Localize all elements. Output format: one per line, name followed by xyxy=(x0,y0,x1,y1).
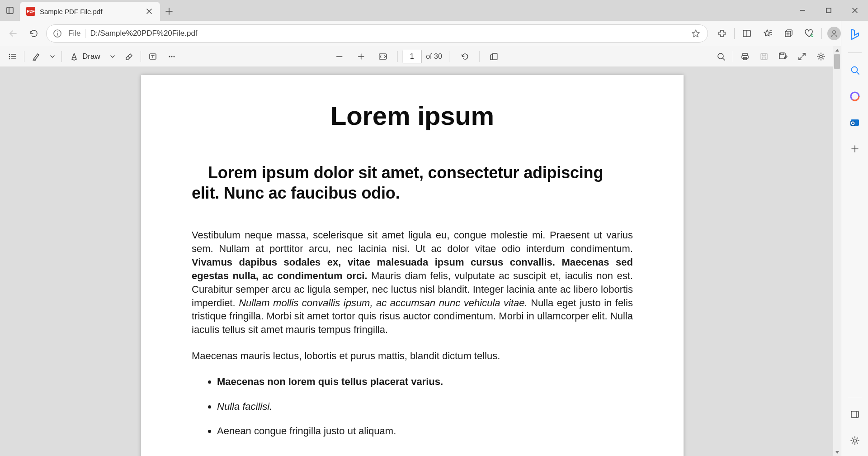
svg-point-49 xyxy=(718,53,723,59)
svg-rect-55 xyxy=(762,53,766,56)
doc-list: Maecenas non lorem quis tellus placerat … xyxy=(192,375,633,438)
draw-options-button[interactable] xyxy=(106,47,119,66)
separator xyxy=(450,51,450,62)
scroll-up-button[interactable] xyxy=(833,46,841,54)
back-button[interactable] xyxy=(3,23,24,44)
titlebar: PDF Sample PDF File.pdf xyxy=(0,0,868,21)
url-text[interactable]: D:/Sample%20PDF%20File.pdf xyxy=(90,29,684,38)
draw-button[interactable]: Draw xyxy=(64,47,106,66)
svg-marker-62 xyxy=(835,49,839,52)
save-as-button[interactable] xyxy=(774,47,793,66)
separator xyxy=(848,397,862,397)
gear-icon xyxy=(850,436,860,446)
svg-marker-17 xyxy=(764,30,770,36)
vertical-scrollbar[interactable] xyxy=(833,46,841,456)
svg-rect-73 xyxy=(851,411,859,418)
site-info-button[interactable] xyxy=(51,27,64,40)
svg-rect-58 xyxy=(781,53,784,55)
star-list-icon xyxy=(763,29,772,38)
sidebar-microsoft365-button[interactable] xyxy=(844,86,866,107)
svg-point-42 xyxy=(171,56,172,57)
print-button[interactable] xyxy=(736,47,755,66)
split-screen-button[interactable] xyxy=(736,23,757,44)
extensions-button[interactable] xyxy=(712,23,732,44)
fit-width-button[interactable] xyxy=(373,47,392,66)
maximize-icon xyxy=(826,8,831,13)
collections-button[interactable] xyxy=(778,23,799,44)
scroll-down-button[interactable] xyxy=(833,448,841,456)
save-button[interactable] xyxy=(755,47,774,66)
url-scheme-label: File xyxy=(68,29,80,38)
doc-paragraph: Maecenas mauris lectus, lobortis et puru… xyxy=(192,349,633,363)
favorites-button[interactable] xyxy=(757,23,778,44)
expand-icon xyxy=(797,52,807,61)
svg-point-43 xyxy=(173,56,175,57)
chevron-down-icon xyxy=(110,54,115,59)
zoom-out-button[interactable] xyxy=(330,47,349,66)
contents-button[interactable] xyxy=(3,47,22,66)
page-number-input[interactable] xyxy=(402,50,421,63)
svg-line-50 xyxy=(723,58,725,60)
highlight-button[interactable] xyxy=(27,47,46,66)
more-annotation-button[interactable] xyxy=(162,47,181,66)
address-bar[interactable]: File D:/Sample%20PDF%20File.pdf xyxy=(46,24,708,43)
erase-button[interactable] xyxy=(119,47,138,66)
tab-close-button[interactable] xyxy=(143,5,156,18)
svg-line-59 xyxy=(802,53,805,56)
svg-rect-7 xyxy=(826,8,831,13)
avatar-icon xyxy=(827,27,841,40)
new-tab-button[interactable] xyxy=(160,2,178,20)
maximize-button[interactable] xyxy=(816,0,842,21)
close-window-button[interactable] xyxy=(842,0,868,21)
svg-rect-0 xyxy=(7,7,13,14)
printer-icon xyxy=(741,52,750,61)
scrollbar-thumb[interactable] xyxy=(834,54,840,69)
separator xyxy=(24,51,24,62)
add-text-button[interactable] xyxy=(143,47,162,66)
sidebar-add-button[interactable] xyxy=(844,138,866,160)
tab-actions-button[interactable] xyxy=(0,0,20,21)
fit-width-icon xyxy=(377,52,387,61)
sidebar-outlook-button[interactable] xyxy=(844,112,866,133)
svg-rect-48 xyxy=(493,53,497,60)
reload-button[interactable] xyxy=(24,23,44,44)
doc-text: Vestibulum neque massa, scelerisque sit … xyxy=(192,229,633,254)
separator xyxy=(821,28,822,39)
triangle-up-icon xyxy=(835,48,840,52)
pdf-viewport[interactable]: Lorem ipsum Lorem ipsum dolor sit amet, … xyxy=(0,67,833,456)
svg-point-25 xyxy=(833,31,835,33)
navbar: File D:/Sample%20PDF%20File.pdf xyxy=(0,21,868,46)
favorite-button[interactable] xyxy=(689,26,703,41)
titlebar-left: PDF Sample PDF File.pdf xyxy=(0,0,178,21)
sidebar-settings-button[interactable] xyxy=(844,430,866,451)
separator xyxy=(848,52,862,53)
highlight-options-button[interactable] xyxy=(46,47,59,66)
pdf-toolbar-right xyxy=(712,47,830,66)
separator xyxy=(397,51,397,62)
pdf-settings-button[interactable] xyxy=(811,47,830,66)
minimize-button[interactable] xyxy=(789,0,816,21)
svg-line-65 xyxy=(857,72,859,74)
sidebar-search-button[interactable] xyxy=(844,59,866,81)
copilot-button[interactable] xyxy=(844,24,866,45)
separator xyxy=(734,28,735,39)
doc-list-item: Nulla facilisi. xyxy=(217,400,633,413)
eraser-icon xyxy=(124,52,133,61)
browser-tab[interactable]: PDF Sample PDF File.pdf xyxy=(20,2,160,21)
page-view-button[interactable] xyxy=(485,47,504,66)
zoom-in-button[interactable] xyxy=(351,47,370,66)
pdf-toolbar-center: of 30 xyxy=(330,46,504,67)
save-edit-icon xyxy=(778,52,788,62)
fullscreen-button[interactable] xyxy=(793,47,811,66)
info-icon xyxy=(53,29,61,38)
doc-paragraph: Vestibulum neque massa, scelerisque sit … xyxy=(192,228,633,337)
contents-icon xyxy=(8,52,17,61)
scrollbar-track[interactable] xyxy=(833,54,841,448)
browser-essentials-button[interactable] xyxy=(799,23,820,44)
find-button[interactable] xyxy=(712,47,731,66)
sidebar-hide-button[interactable] xyxy=(844,404,866,425)
microsoft365-icon xyxy=(849,91,860,102)
rotate-button[interactable] xyxy=(455,47,474,66)
page-count-label: of 30 xyxy=(426,52,442,61)
doc-list-item: Maecenas non lorem quis tellus placerat … xyxy=(217,375,633,389)
